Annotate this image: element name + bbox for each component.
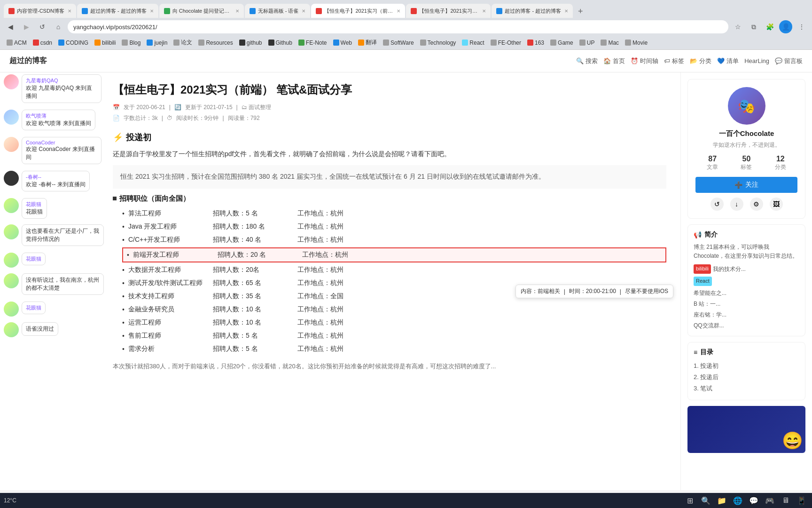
bookmark-juejin[interactable]: juejin: [144, 39, 170, 47]
author-stats: 87 文章 50 标签 12 分类: [695, 155, 797, 171]
tab-close-5[interactable]: ✕: [397, 8, 400, 14]
taskbar-terminal[interactable]: 💬: [747, 494, 760, 507]
stat-article: 87 文章: [707, 155, 718, 171]
megaphone-icon: 📢: [694, 231, 702, 238]
page-content: 超过的博客 🔍 搜索 🏠 首页 ⏰ 时间轴 🏷 标签 📂 分类: [0, 50, 812, 490]
list-icon-toc: ≡: [694, 349, 697, 356]
comment-nav-item[interactable]: 💬 留言板: [775, 57, 803, 65]
browser-chrome: 内容管理-CSDN博客 ✕ 超过的博客 - 超过的博客 ✕ 向 Chocolat…: [0, 0, 812, 50]
tab-7[interactable]: 超过的博客 - 超过的博客 ✕: [492, 4, 573, 18]
bookmark-coding[interactable]: CODING: [55, 39, 91, 47]
job-item-4-highlighted: • 前端开发工程师 招聘人数：20 名 工作地点：杭州: [122, 247, 666, 262]
back-button[interactable]: ◀: [4, 20, 17, 33]
extensions[interactable]: 🧩: [763, 20, 776, 33]
taskbar-files[interactable]: 📁: [715, 494, 728, 507]
tab-close-2[interactable]: ✕: [150, 8, 154, 14]
social-icons: ↺ ↓ ⚙ 🖼: [695, 198, 797, 211]
author-desc: 学如逆水行舟，不进则退。: [695, 141, 797, 149]
tab-4[interactable]: 无标题画板 - 语雀 ✕: [245, 4, 311, 18]
taskbar-monitor[interactable]: 🖥: [779, 494, 792, 507]
home-button[interactable]: ⌂: [52, 20, 65, 33]
tab-6[interactable]: 【恒生电子】2021实习（前... ✕: [406, 4, 491, 18]
bookmark-mac[interactable]: Mac: [598, 39, 622, 47]
social-icon-refresh[interactable]: ↺: [710, 198, 724, 211]
tab-1[interactable]: 内容管理-CSDN博客 ✕: [4, 4, 76, 18]
bookmark-game[interactable]: Game: [547, 39, 576, 47]
job-list-section: 招聘职位（面向全国） • 算法工程师 招聘人数：5 名 工作地点：杭州 • Ja…: [113, 194, 666, 356]
tag-icon: 🏷: [664, 57, 670, 64]
tab-bar: 内容管理-CSDN博客 ✕ 超过的博客 - 超过的博客 ✕ 向 Chocolat…: [0, 0, 812, 18]
author-card: 🎭 一百个Chocolate 学如逆水行舟，不进则退。 87 文章 50 标签 …: [687, 79, 805, 219]
forward-button[interactable]: ▶: [20, 20, 33, 33]
hearing-nav-item[interactable]: HearLing: [744, 57, 769, 64]
tab-3[interactable]: 向 Chocolate 提问登记表 (9%... ✕: [159, 4, 244, 18]
search-taskbar[interactable]: 🔍: [699, 494, 712, 507]
reload-button[interactable]: ↺: [36, 20, 49, 33]
social-icon-images[interactable]: 🖼: [770, 198, 783, 211]
bookmark-technology[interactable]: Technology: [417, 39, 459, 47]
intro-text: 还是源自于学校里发了一个恒生招聘的pdf文件，首先看文件，就明确了会招前端，为什…: [113, 149, 666, 160]
intro-section: 📢 简介 博主 21届本科业，可以呼唤我 Chocolate，在这里分享知识与日…: [687, 224, 805, 336]
tags-nav-item[interactable]: 🏷 标签: [664, 57, 684, 65]
social-icon-down[interactable]: ↓: [730, 198, 743, 211]
taskbar-edge[interactable]: 🌐: [731, 494, 744, 507]
list-icon: 💙: [717, 57, 725, 64]
job-item-11: • 需求分析 招聘人数：5 名 工作地点：杭州: [122, 342, 666, 356]
tab-close-6[interactable]: ✕: [482, 8, 486, 14]
category-count: 12: [775, 155, 786, 163]
bookmark-github-icon[interactable]: github: [236, 39, 265, 47]
tag-label: 标签: [741, 163, 752, 171]
toc-item-3[interactable]: 3. 笔试: [694, 383, 799, 394]
tab-close-7[interactable]: ✕: [564, 8, 568, 14]
bookmark-acm[interactable]: ACM: [4, 39, 30, 47]
new-tab-button[interactable]: +: [574, 5, 587, 18]
bookmark-blog[interactable]: Blog: [119, 39, 143, 47]
settings[interactable]: ⋮: [795, 20, 808, 33]
address-bar[interactable]: yangchaoyi.vip/posts/2020621/: [68, 20, 728, 33]
bookmark-movie[interactable]: Movie: [622, 39, 650, 47]
status-bar: 12°C ⊞ 🔍 📁 🌐 💬 🎮 🖥 📱: [0, 493, 812, 508]
tab-manager[interactable]: ⧉: [747, 20, 760, 33]
timeline-nav-item[interactable]: ⏰ 时间轴: [631, 57, 658, 65]
bookmark-Github[interactable]: Github: [265, 39, 295, 47]
list-nav-item[interactable]: 💙 清单: [717, 57, 739, 65]
follow-button[interactable]: ➕ 关注: [695, 177, 797, 193]
tab-5-active[interactable]: 【恒生电子】2021实习（前端...） ✕: [311, 4, 405, 18]
site-nav: 超过的博客 🔍 搜索 🏠 首页 ⏰ 时间轴 🏷 标签 📂 分类: [0, 50, 812, 72]
toc-section-title: ≡ 目录: [694, 348, 799, 357]
bookmark-web[interactable]: Web: [330, 39, 355, 47]
home-nav-item[interactable]: 🏠 首页: [603, 57, 625, 65]
bookmark-lunwen[interactable]: 论文: [171, 38, 195, 48]
windows-icon[interactable]: ⊞: [683, 494, 696, 507]
bookmark-star[interactable]: ☆: [731, 20, 744, 33]
toc-item-1[interactable]: 1. 投递初: [694, 360, 799, 372]
intro-section-title: 📢 简介: [694, 230, 799, 239]
bookmark-163[interactable]: 163: [524, 39, 547, 47]
bookmark-resources[interactable]: Resources: [195, 39, 235, 47]
job-item-10: • 售前工程师 招聘人数：5 名 工作地点：杭州: [122, 329, 666, 342]
taskbar-phone[interactable]: 📱: [795, 494, 808, 507]
category-nav-item[interactable]: 📂 分类: [690, 57, 711, 65]
page-body: 九星毒奶QAQ 欢迎 九星毒奶QAQ 来到直播间 欧气喷薄 欢迎 欧气喷薄 来到…: [0, 72, 812, 490]
tab-close-4[interactable]: ✕: [302, 8, 305, 14]
section1-title: ⚡ 投递初: [113, 132, 666, 143]
bookmark-fenote[interactable]: FE-Note: [296, 39, 330, 47]
tab-close-3[interactable]: ✕: [235, 8, 239, 14]
job-list-title: 招聘职位（面向全国）: [113, 194, 666, 203]
profile[interactable]: 👤: [779, 20, 792, 33]
taskbar-game[interactable]: 🎮: [763, 494, 776, 507]
intro-content: 博主 21届本科业，可以呼唤我 Chocolate，在这里分享知识与日常总结。 …: [694, 243, 799, 330]
tab-2[interactable]: 超过的博客 - 超过的博客 ✕: [77, 4, 158, 18]
search-nav-item[interactable]: 🔍 搜索: [576, 57, 598, 65]
social-icon-github[interactable]: ⚙: [750, 198, 763, 211]
bookmark-up[interactable]: UP: [577, 39, 598, 47]
job-item-8: • 金融业务研究员 招聘人数：10 名 工作地点：杭州: [122, 303, 666, 316]
bookmark-software[interactable]: SoftWare: [380, 39, 417, 47]
bookmark-bilibili[interactable]: bilibili: [92, 39, 118, 47]
tab-close-1[interactable]: ✕: [68, 8, 71, 14]
toc-item-2[interactable]: 2. 投递后: [694, 372, 799, 383]
bookmark-translate[interactable]: 翻译: [355, 38, 380, 48]
bookmark-fe-other[interactable]: FE-Other: [488, 39, 524, 47]
bookmark-react[interactable]: React: [459, 39, 487, 47]
bookmark-csdn[interactable]: csdn: [30, 39, 55, 47]
